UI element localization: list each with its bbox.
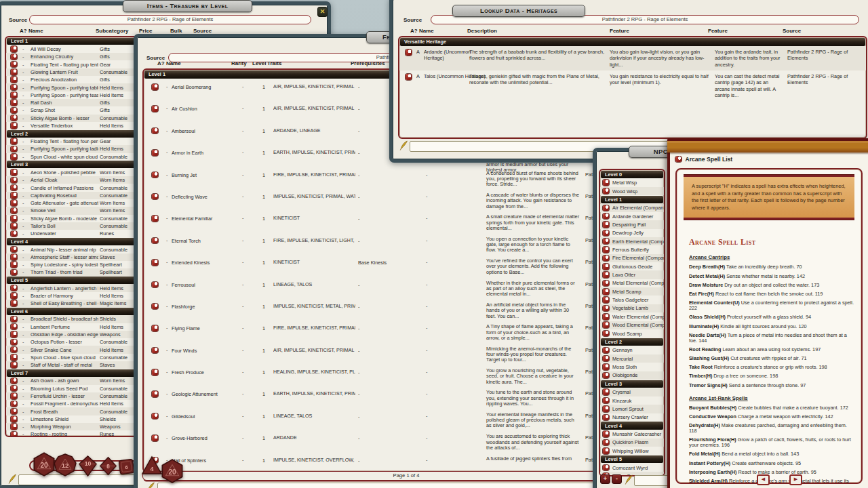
column-header[interactable]: A? Name bbox=[410, 28, 434, 34]
expand-toggle[interactable]: - bbox=[166, 347, 167, 353]
expand-toggle[interactable]: - bbox=[166, 105, 167, 111]
entry-icon[interactable] bbox=[11, 424, 17, 430]
entry-icon[interactable] bbox=[603, 448, 609, 454]
expand-toggle[interactable]: - bbox=[22, 115, 24, 121]
expand-toggle[interactable]: - bbox=[22, 293, 24, 299]
entry-icon[interactable] bbox=[11, 100, 17, 106]
entry-icon[interactable] bbox=[11, 200, 17, 206]
expand-toggle[interactable]: - bbox=[22, 331, 24, 338]
entry-icon[interactable] bbox=[11, 123, 17, 129]
expand-toggle[interactable]: - bbox=[22, 77, 24, 83]
entry-icon[interactable] bbox=[603, 415, 609, 421]
d10-die[interactable]: 10 bbox=[77, 455, 98, 479]
entry-icon[interactable] bbox=[152, 435, 158, 441]
entry-icon[interactable] bbox=[11, 115, 17, 121]
column-header[interactable]: Level bbox=[252, 60, 266, 66]
lookup-window-title[interactable]: Lookup Data - Heritages bbox=[452, 5, 585, 17]
entry-icon[interactable] bbox=[152, 304, 158, 310]
expand-toggle[interactable]: - bbox=[22, 247, 24, 253]
entry-icon[interactable] bbox=[11, 77, 17, 83]
entry-icon[interactable] bbox=[11, 432, 17, 437]
entry-icon[interactable] bbox=[11, 208, 17, 214]
expand-toggle[interactable]: - bbox=[22, 386, 24, 392]
expand-toggle[interactable]: - bbox=[166, 413, 167, 419]
list-item[interactable]: Metal Scamp bbox=[600, 287, 664, 296]
expand-toggle[interactable]: - bbox=[22, 393, 24, 399]
entry-icon[interactable] bbox=[11, 347, 17, 353]
list-item[interactable]: Ardande Gardener bbox=[600, 212, 664, 220]
column-header[interactable]: Price bbox=[139, 28, 153, 34]
entry-icon[interactable] bbox=[603, 406, 609, 412]
entry-icon[interactable] bbox=[603, 256, 609, 262]
list-item[interactable]: Munsahir Gatecrasher bbox=[600, 430, 664, 438]
expand-toggle[interactable]: - bbox=[22, 92, 24, 98]
expand-toggle[interactable]: - bbox=[22, 192, 24, 199]
entry-icon[interactable] bbox=[11, 69, 17, 75]
entry-icon[interactable] bbox=[603, 373, 609, 379]
entry-icon[interactable] bbox=[603, 188, 609, 195]
entry-icon[interactable] bbox=[11, 409, 17, 415]
expand-toggle[interactable]: - bbox=[22, 262, 24, 268]
entry-icon[interactable] bbox=[11, 108, 17, 114]
entry-icon[interactable] bbox=[11, 340, 17, 346]
entry-icon[interactable] bbox=[11, 85, 17, 91]
entry-icon[interactable] bbox=[11, 185, 17, 191]
expand-toggle[interactable]: - bbox=[22, 100, 24, 106]
expand-toggle[interactable]: - bbox=[22, 223, 24, 229]
list-item[interactable]: Kinzaruk bbox=[600, 396, 664, 405]
entry-icon[interactable] bbox=[11, 192, 17, 199]
entry-icon[interactable] bbox=[11, 393, 17, 399]
entry-icon[interactable] bbox=[152, 172, 158, 178]
entry-icon[interactable] bbox=[603, 247, 609, 253]
entry-icon[interactable] bbox=[152, 325, 158, 331]
expand-toggle[interactable]: - bbox=[166, 303, 167, 309]
expand-toggle[interactable]: - bbox=[22, 424, 24, 430]
entry-icon[interactable] bbox=[152, 238, 158, 244]
list-item[interactable]: Despairing Pall bbox=[600, 220, 664, 228]
expand-toggle[interactable]: - bbox=[22, 123, 24, 129]
entry-icon[interactable] bbox=[603, 306, 609, 312]
expand-toggle[interactable]: - bbox=[166, 369, 167, 375]
column-header[interactable]: Prerequisites bbox=[351, 60, 385, 66]
entry-icon[interactable] bbox=[152, 260, 158, 266]
remove-button[interactable]: - bbox=[612, 474, 622, 484]
entry-icon[interactable] bbox=[603, 289, 609, 295]
list-item[interactable]: Water Elemental (Companion) bbox=[600, 312, 664, 321]
expand-toggle[interactable]: - bbox=[166, 434, 167, 441]
expand-toggle[interactable]: - bbox=[22, 354, 24, 361]
entry-icon[interactable] bbox=[603, 230, 609, 237]
list-item[interactable]: Metal Elemental (Companion) bbox=[600, 279, 664, 287]
list-item[interactable]: Earth Elemental (Companion) bbox=[600, 237, 664, 245]
expand-toggle[interactable]: - bbox=[22, 409, 24, 415]
entry-icon[interactable] bbox=[603, 297, 609, 303]
expand-toggle[interactable]: - bbox=[166, 127, 167, 134]
column-header[interactable]: Subcategory bbox=[96, 28, 128, 34]
list-item[interactable]: Gennayn bbox=[600, 346, 664, 354]
entry-icon[interactable] bbox=[603, 331, 609, 337]
entry-icon[interactable] bbox=[152, 348, 158, 354]
expand-toggle[interactable]: - bbox=[22, 107, 24, 113]
expand-toggle[interactable]: - bbox=[22, 69, 24, 75]
entry-icon[interactable] bbox=[406, 49, 412, 56]
expand-toggle[interactable]: - bbox=[22, 254, 24, 260]
expand-toggle[interactable]: - bbox=[22, 46, 24, 52]
expand-toggle[interactable]: - bbox=[22, 169, 24, 176]
d20-die[interactable]: 20 bbox=[160, 459, 184, 486]
entry-icon[interactable] bbox=[152, 106, 158, 112]
column-header[interactable]: A? Name bbox=[157, 60, 181, 66]
entry-icon[interactable] bbox=[11, 270, 17, 276]
table-row[interactable]: ATalos (Uncommon Heritage)Taloses, genie… bbox=[399, 70, 866, 123]
column-header[interactable]: Traits bbox=[267, 60, 281, 66]
d8-die[interactable]: 8 bbox=[98, 456, 118, 479]
expand-toggle[interactable]: - bbox=[22, 138, 24, 144]
entry-icon[interactable] bbox=[603, 205, 609, 211]
expand-toggle[interactable]: - bbox=[166, 215, 167, 221]
expand-toggle[interactable]: - bbox=[22, 62, 24, 68]
expand-toggle[interactable]: - bbox=[22, 401, 24, 407]
expand-toggle[interactable]: - bbox=[22, 285, 24, 291]
expand-toggle[interactable]: - bbox=[166, 390, 167, 396]
entry-icon[interactable] bbox=[603, 465, 609, 471]
expand-toggle[interactable]: - bbox=[22, 230, 24, 237]
entry-icon[interactable] bbox=[11, 169, 17, 176]
expand-toggle[interactable]: - bbox=[166, 171, 167, 178]
